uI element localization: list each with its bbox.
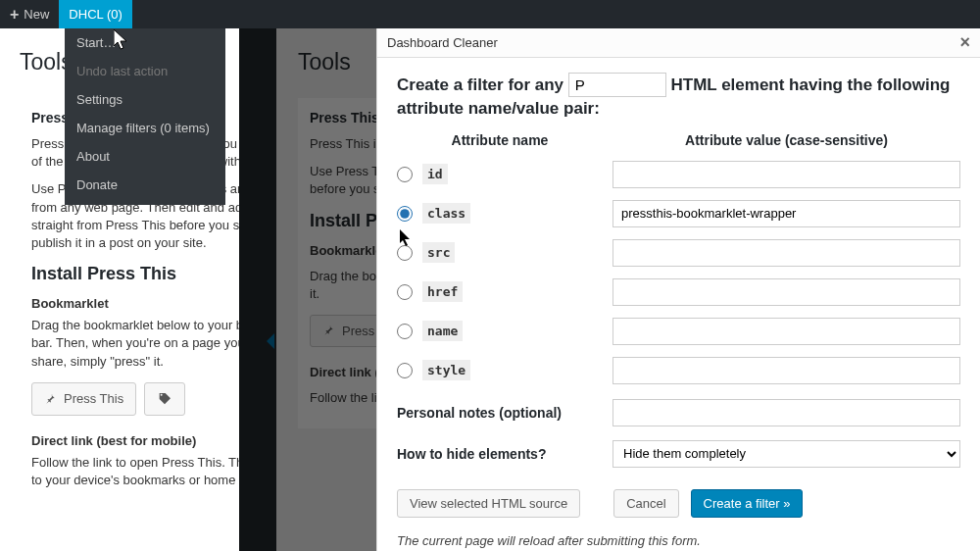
attr-name: name bbox=[422, 321, 463, 341]
adminbar-new-label: New bbox=[24, 7, 49, 22]
modal-footnote: The current page will reload after submi… bbox=[397, 533, 960, 548]
adminbar-new[interactable]: + New bbox=[0, 0, 59, 28]
pin-icon bbox=[44, 392, 58, 406]
attr-id: id bbox=[422, 164, 448, 184]
tag-icon bbox=[157, 391, 172, 407]
adminbar-left: + New DHCL (0) bbox=[0, 0, 980, 28]
view-source-button[interactable]: View selected HTML source bbox=[397, 489, 580, 518]
col-attr-value: Attribute value (case-sensitive) bbox=[612, 132, 960, 150]
attr-style: style bbox=[422, 360, 470, 380]
value-src[interactable] bbox=[612, 239, 960, 267]
radio-name[interactable] bbox=[397, 324, 413, 339]
radio-class[interactable] bbox=[397, 206, 413, 222]
dropdown-manage[interactable]: Manage filters (0 items) bbox=[65, 114, 225, 142]
press-this-label: Press This bbox=[64, 391, 123, 406]
value-href[interactable] bbox=[612, 278, 960, 306]
adminbar-dhcl[interactable]: DHCL (0) bbox=[59, 0, 131, 28]
dropdown-settings[interactable]: Settings bbox=[65, 85, 225, 114]
value-style[interactable] bbox=[612, 357, 960, 384]
dashboard-cleaner-modal: Dashboard Cleaner × Create a filter for … bbox=[376, 28, 980, 551]
tag-button[interactable] bbox=[144, 382, 185, 416]
attr-class: class bbox=[422, 203, 470, 224]
adminbar-dhcl-label: DHCL (0) bbox=[69, 7, 122, 22]
modal-titlebar: Dashboard Cleaner × bbox=[377, 28, 980, 58]
lead-before: Create a filter for any bbox=[397, 75, 568, 94]
radio-id[interactable] bbox=[397, 167, 413, 182]
radio-src[interactable] bbox=[397, 245, 413, 261]
cancel-button[interactable]: Cancel bbox=[613, 489, 678, 518]
hide-select[interactable]: Hide them completely bbox=[612, 440, 960, 468]
element-input[interactable] bbox=[568, 73, 666, 97]
attr-src: src bbox=[422, 242, 455, 263]
hide-label: How to hide elements? bbox=[397, 446, 603, 462]
press-this-button[interactable]: Press This bbox=[31, 382, 136, 416]
dropdown-donate[interactable]: Donate bbox=[65, 171, 225, 199]
value-id[interactable] bbox=[612, 161, 960, 188]
value-name[interactable] bbox=[612, 318, 960, 345]
radio-style[interactable] bbox=[397, 363, 413, 378]
value-class[interactable] bbox=[612, 200, 960, 227]
plus-icon: + bbox=[10, 6, 19, 24]
notes-label: Personal notes (optional) bbox=[397, 405, 603, 421]
dropdown-start[interactable]: Start… bbox=[65, 28, 225, 57]
modal-lead: Create a filter for any HTML element hav… bbox=[397, 73, 960, 121]
create-filter-button[interactable]: Create a filter » bbox=[691, 489, 804, 518]
dropdown-about[interactable]: About bbox=[65, 142, 225, 171]
dhcl-dropdown: Start… Undo last action Settings Manage … bbox=[65, 28, 225, 205]
col-attr-name: Attribute name bbox=[397, 132, 603, 150]
close-icon[interactable]: × bbox=[959, 32, 970, 53]
notes-input[interactable] bbox=[612, 399, 960, 426]
dropdown-undo[interactable]: Undo last action bbox=[65, 57, 225, 85]
radio-href[interactable] bbox=[397, 284, 413, 300]
modal-title: Dashboard Cleaner bbox=[387, 35, 498, 50]
attr-href: href bbox=[422, 281, 463, 302]
